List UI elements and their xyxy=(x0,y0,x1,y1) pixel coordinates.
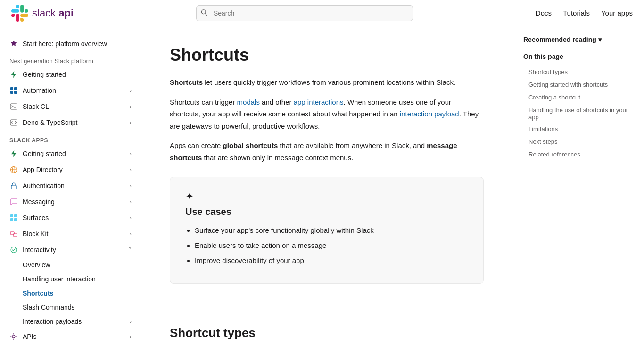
sidebar-label-slack-cli: Slack CLI xyxy=(23,103,51,110)
toc-item-next-steps[interactable]: Next steps xyxy=(523,136,633,148)
header: slack api Docs Tutorials Your apps xyxy=(0,0,644,26)
sidebar-label-apis: APIs xyxy=(23,333,37,340)
sidebar-item-messaging[interactable]: Messaging › xyxy=(0,194,141,210)
sidebar-label-authentication: Authentication xyxy=(23,182,65,189)
chevron-icon-app-directory: › xyxy=(130,167,132,173)
svg-point-19 xyxy=(11,247,17,253)
sidebar-item-authentication[interactable]: Authentication › xyxy=(0,178,141,194)
sidebar-sub-interaction-payloads[interactable]: Interaction payloads › xyxy=(0,314,141,329)
slack-logo-icon xyxy=(11,5,28,22)
use-cases-list: Surface your app's core functionality gl… xyxy=(185,225,468,266)
header-nav: Docs Tutorials Your apps xyxy=(536,9,633,17)
sidebar-label-interactivity: Interactivity xyxy=(23,246,56,254)
chevron-icon-block-kit: › xyxy=(130,231,132,237)
sidebar-item-platform-overview[interactable]: Start here: platform overview xyxy=(0,36,141,52)
sidebar-label-getting-started-top: Getting started xyxy=(23,71,66,78)
intro-paragraph: Shortcuts let users quickly trigger work… xyxy=(170,76,484,89)
para3-start: Apps can create xyxy=(170,141,223,149)
sidebar-item-app-directory[interactable]: App Directory › xyxy=(0,162,141,178)
logo[interactable]: slack api xyxy=(11,5,74,22)
header-left: slack api xyxy=(11,5,74,22)
svg-rect-14 xyxy=(14,214,17,217)
toc-item-shortcut-types[interactable]: Shortcut types xyxy=(523,66,633,79)
sidebar-item-automation[interactable]: Automation › xyxy=(0,82,141,99)
toc-item-related-references[interactable]: Related references xyxy=(523,148,633,161)
sidebar-sub-interaction-payloads-label: Interaction payloads xyxy=(23,318,82,325)
svg-rect-12 xyxy=(11,185,16,189)
use-case-item-2: Enable users to take action on a message xyxy=(195,240,468,251)
sidebar-label-getting-started-apps: Getting started xyxy=(23,150,66,157)
sidebar-item-block-kit[interactable]: Block Kit › xyxy=(0,226,141,242)
svg-rect-2 xyxy=(10,87,13,90)
nav-your-apps[interactable]: Your apps xyxy=(601,9,633,17)
sidebar-sub-handling-user-interaction[interactable]: Handling user interaction xyxy=(0,272,141,286)
chevron-down-icon: ▾ xyxy=(598,36,602,43)
chevron-icon-slack-cli: › xyxy=(130,104,132,109)
chevron-icon-surfaces: › xyxy=(130,215,132,221)
interaction-payload-link[interactable]: interaction payload xyxy=(400,110,459,118)
sidebar-label-block-kit: Block Kit xyxy=(23,230,48,238)
globe-icon xyxy=(9,165,18,174)
terminal-icon xyxy=(9,102,18,111)
recommended-reading[interactable]: Recommended reading ▾ xyxy=(523,36,633,43)
svg-rect-13 xyxy=(10,214,13,217)
svg-rect-15 xyxy=(10,218,13,221)
svg-point-20 xyxy=(12,335,15,338)
sidebar-item-getting-started-apps[interactable]: Getting started › xyxy=(0,146,141,162)
svg-line-1 xyxy=(205,13,207,15)
para2-start: Shortcuts can trigger xyxy=(170,98,237,106)
use-case-item-3: Improve discoverability of your app xyxy=(195,255,468,266)
svg-rect-5 xyxy=(14,91,17,94)
toc-item-creating-shortcut[interactable]: Creating a shortcut xyxy=(523,91,633,104)
code-icon xyxy=(9,118,18,127)
sidebar-label-automation: Automation xyxy=(23,87,56,94)
chevron-icon-interactivity: ˅ xyxy=(129,247,132,253)
app-interactions-link[interactable]: app interactions xyxy=(294,98,344,106)
section-divider-1 xyxy=(170,303,484,303)
sidebar-sub-overview[interactable]: Overview xyxy=(0,258,141,272)
section2-title: Shortcut types xyxy=(170,326,484,340)
svg-rect-6 xyxy=(10,104,17,109)
search-icon xyxy=(201,9,207,17)
sidebar-item-surfaces[interactable]: Surfaces › xyxy=(0,210,141,226)
lightning-icon-top xyxy=(9,70,18,79)
use-case-item-1: Surface your app's core functionality gl… xyxy=(195,225,468,236)
grid-icon xyxy=(9,86,18,95)
sidebar-item-slack-cli[interactable]: Slack CLI › xyxy=(0,99,141,115)
sidebar-label-messaging: Messaging xyxy=(23,198,55,206)
search-input[interactable] xyxy=(196,5,413,21)
interactivity-icon xyxy=(9,246,18,254)
nav-docs[interactable]: Docs xyxy=(536,9,552,17)
para2: Shortcuts can trigger modals and other a… xyxy=(170,96,484,132)
sidebar-item-apis[interactable]: APIs › xyxy=(0,329,141,345)
toc-item-handling-use[interactable]: Handling the use of shortcuts in your ap… xyxy=(523,104,633,123)
nav-tutorials[interactable]: Tutorials xyxy=(563,9,590,17)
para3: Apps can create global shortcuts that ar… xyxy=(170,140,484,164)
chevron-icon-deno-ts: › xyxy=(130,120,132,125)
sidebar-item-getting-started-top[interactable]: Getting started xyxy=(0,66,141,82)
sidebar-item-interactivity[interactable]: Interactivity ˅ xyxy=(0,242,141,258)
sidebar-sub-slash-commands[interactable]: Slash Commands xyxy=(0,300,141,314)
global-shortcuts-bold: global shortcuts xyxy=(223,141,278,149)
chevron-icon-interaction-payloads: › xyxy=(130,319,132,324)
toc-item-limitations[interactable]: Limitations xyxy=(523,123,633,136)
main-content: Shortcuts Shortcuts let users quickly tr… xyxy=(141,26,512,362)
chevron-icon-apis: › xyxy=(130,334,132,339)
toc-item-getting-started-shortcuts[interactable]: Getting started with shortcuts xyxy=(523,79,633,91)
layout: Start here: platform overview Next gener… xyxy=(0,26,644,362)
lightning-icon-apps xyxy=(9,149,18,158)
sidebar-label-app-directory: App Directory xyxy=(23,166,63,173)
grid2-icon xyxy=(9,214,18,222)
next-gen-label: Next generation Slack platform xyxy=(0,52,141,66)
chevron-icon-messaging: › xyxy=(130,199,132,205)
sidebar-sub-shortcuts[interactable]: Shortcuts xyxy=(0,286,141,300)
slack-apps-section-label: Slack apps xyxy=(0,131,141,146)
chevron-icon-automation: › xyxy=(130,88,132,93)
recommended-reading-label: Recommended reading xyxy=(523,36,596,43)
chat-icon xyxy=(9,197,18,206)
sidebar-item-deno-ts[interactable]: Deno & TypeScript › xyxy=(0,115,141,131)
modals-link[interactable]: modals xyxy=(237,98,260,106)
use-cases-title: Use cases xyxy=(185,206,468,217)
intro-subject: Shortcuts xyxy=(170,78,203,86)
use-cases-icon: ✦ xyxy=(185,190,468,203)
